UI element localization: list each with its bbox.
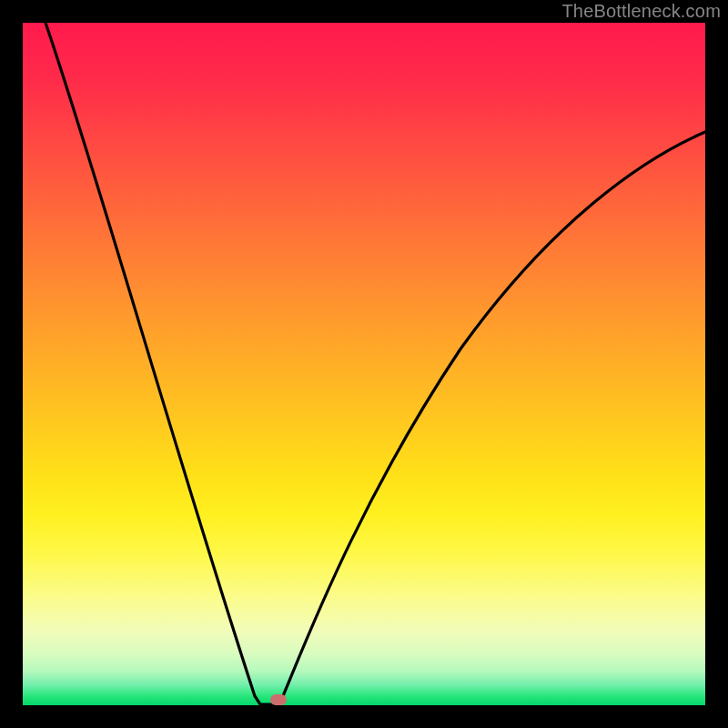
optimal-point-marker <box>270 694 287 705</box>
curve-path <box>46 23 705 704</box>
plot-area <box>23 23 705 705</box>
chart-frame: TheBottleneck.com <box>0 0 728 728</box>
watermark-text: TheBottleneck.com <box>561 1 721 22</box>
bottleneck-curve <box>23 23 705 705</box>
